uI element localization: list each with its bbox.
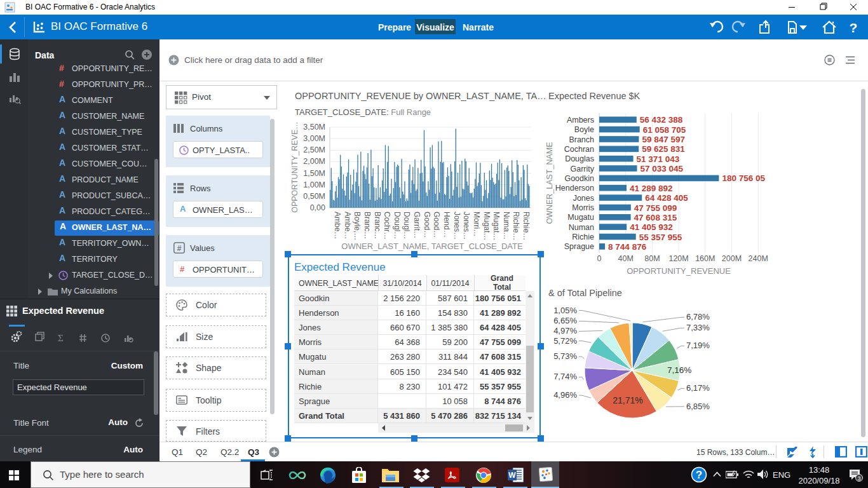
svg-text:Σ: Σ: [58, 333, 64, 343]
svg-text:Ambe…: Ambe…: [333, 212, 342, 239]
svg-text:3: 3: [857, 475, 860, 482]
svg-text:Good…: Good…: [432, 212, 441, 238]
svg-text:3,00M: 3,00M: [303, 134, 325, 143]
svg-text:2,00M: 2,00M: [303, 157, 325, 166]
svg-text:Jones…: Jones…: [462, 212, 471, 240]
svg-text:Garrity: Garrity: [571, 165, 595, 173]
svg-text:64 428 405: 64 428 405: [645, 193, 688, 203]
svg-text:6,78%: 6,78%: [686, 312, 710, 322]
svg-text:Cochr…: Cochr…: [383, 212, 391, 240]
svg-text:Boyle,…: Boyle,…: [353, 212, 362, 240]
svg-text:21,71%: 21,71%: [613, 395, 642, 405]
svg-text:0,00: 0,00: [310, 203, 325, 212]
svg-text:160M: 160M: [695, 254, 715, 263]
svg-text:Branc…: Branc…: [363, 212, 372, 239]
svg-text:Goodkin: Goodkin: [564, 174, 594, 183]
svg-text:Cochran: Cochran: [564, 145, 594, 154]
svg-text:5,72%: 5,72%: [553, 336, 577, 346]
svg-text:Richie…: Richie…: [512, 212, 520, 240]
svg-text:41 289 892: 41 289 892: [630, 184, 673, 193]
svg-text:Richie…: Richie…: [522, 212, 531, 240]
svg-text:61 058 705: 61 058 705: [643, 125, 686, 135]
svg-text:5,73%: 5,73%: [553, 351, 577, 361]
svg-text:1,00M: 1,00M: [303, 180, 325, 189]
svg-text:Numan: Numan: [569, 223, 594, 232]
svg-text:4,96%: 4,96%: [553, 390, 577, 400]
svg-text:Branch: Branch: [569, 135, 594, 144]
svg-text:55 357 955: 55 357 955: [639, 233, 682, 242]
svg-text:Ambe…: Ambe…: [343, 212, 352, 239]
svg-text:3,50M: 3,50M: [303, 123, 325, 132]
svg-text:47 608 315: 47 608 315: [634, 213, 677, 222]
svg-text:80M: 80M: [644, 254, 660, 263]
svg-text:Richie: Richie: [572, 233, 594, 241]
svg-text:?: ?: [850, 20, 858, 35]
svg-text:Morris: Morris: [572, 203, 594, 212]
svg-text:4,97%: 4,97%: [553, 326, 577, 336]
svg-text:Mugat…: Mugat…: [482, 212, 491, 240]
svg-text:6,85%: 6,85%: [686, 402, 710, 411]
svg-text:7,74%: 7,74%: [553, 372, 577, 381]
svg-text:0: 0: [597, 254, 602, 263]
svg-text:OWNER_LAST_NAME: OWNER_LAST_NAME: [545, 142, 554, 224]
svg-text:Numa…: Numa…: [502, 212, 511, 240]
svg-text:Branc…: Branc…: [373, 212, 382, 239]
svg-text:?: ?: [696, 469, 702, 481]
svg-text:Dougl…: Dougl…: [402, 212, 411, 239]
svg-text:OWNER_LAST_NAME, TARGET_CLOSE_: OWNER_LAST_NAME, TARGET_CLOSE_DATE: [341, 241, 523, 251]
svg-text:Henderson: Henderson: [555, 184, 594, 193]
svg-text:Ambers: Ambers: [567, 116, 594, 125]
svg-text:Sprague: Sprague: [564, 242, 594, 251]
svg-text:6,17%: 6,17%: [686, 383, 710, 393]
svg-text:40M: 40M: [618, 254, 634, 263]
svg-text:Boyle: Boyle: [574, 125, 594, 134]
svg-text:#: #: [177, 244, 182, 253]
svg-text:56 432 388: 56 432 388: [640, 115, 683, 125]
svg-text:0,50M: 0,50M: [303, 192, 325, 201]
svg-text:200M: 200M: [722, 254, 742, 263]
svg-text:Good…: Good…: [423, 212, 431, 238]
svg-text:Mugat…: Mugat…: [492, 212, 501, 240]
svg-text:Hend…: Hend…: [442, 212, 451, 238]
svg-text:59 625 831: 59 625 831: [642, 144, 685, 154]
svg-text:Mugatu: Mugatu: [567, 213, 594, 222]
svg-text:240M: 240M: [749, 254, 768, 263]
svg-text:OPPORTUNITY_REVENUE: OPPORTUNITY_REVENUE: [627, 266, 731, 276]
svg-text:2,50M: 2,50M: [303, 146, 325, 154]
svg-text:180 756 051: 180 756 051: [722, 173, 770, 183]
svg-text:57 033 045: 57 033 045: [641, 164, 684, 173]
svg-text:7,19%: 7,19%: [686, 341, 710, 350]
svg-text:47 755 099: 47 755 099: [634, 203, 677, 213]
svg-text:6,65%: 6,65%: [553, 316, 577, 325]
svg-text:Dougl…: Dougl…: [393, 212, 402, 239]
svg-text:7,16%: 7,16%: [667, 365, 691, 375]
svg-text:Jones: Jones: [573, 194, 594, 203]
svg-text:120M: 120M: [668, 254, 688, 263]
svg-text:Morri…: Morri…: [472, 212, 481, 236]
svg-text:8 744 876: 8 744 876: [608, 242, 647, 252]
svg-text:1,50M: 1,50M: [303, 169, 325, 178]
svg-text:41 405 932: 41 405 932: [630, 222, 673, 232]
svg-text:Jones…: Jones…: [452, 212, 461, 240]
svg-text:7,33%: 7,33%: [686, 323, 710, 332]
svg-text:1,05%: 1,05%: [553, 306, 577, 315]
svg-text:Garrit…: Garrit…: [412, 212, 421, 238]
svg-text:OPPORTUNITY_REVE…: OPPORTUNITY_REVE…: [290, 121, 299, 213]
svg-text:Douglas: Douglas: [565, 154, 594, 163]
svg-text:W: W: [508, 471, 516, 480]
svg-text:51 371 043: 51 371 043: [637, 154, 680, 164]
svg-text:59 847 597: 59 847 597: [642, 135, 685, 144]
